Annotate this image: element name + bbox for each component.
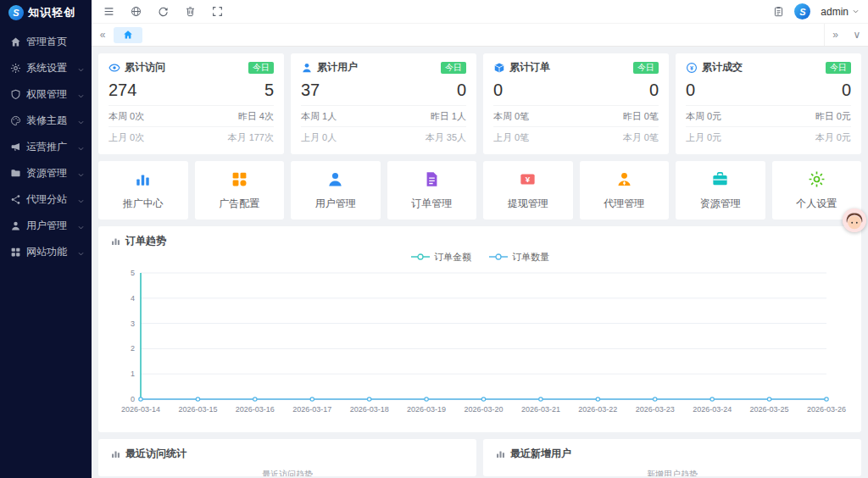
svg-text:3: 3: [131, 320, 135, 328]
chart-icon: [110, 448, 121, 459]
legend-label: 订单数量: [512, 251, 549, 264]
sidebar-item-1[interactable]: 系统设置: [0, 55, 92, 81]
stat-card-total-deals: ¥ 累计成交 今日 0 0 本周 0元 昨日 0元 上月 0元 本月 0元: [676, 53, 861, 154]
admin-menu[interactable]: admin: [821, 6, 860, 18]
share-icon: [10, 194, 21, 205]
stat-row-month: 上月 0笔 本月 0笔: [493, 126, 659, 147]
sidebar-item-label: 权限管理: [26, 87, 67, 102]
svg-text:2026-03-16: 2026-03-16: [236, 405, 275, 414]
file-icon: [423, 170, 441, 188]
stat-card-total-visits: 累计访问 今日 274 5 本周 0次 昨日 4次 上月 0次 本月 177次: [98, 53, 284, 154]
shortcut-order-management[interactable]: 订单管理: [387, 161, 477, 220]
stat-card-total-orders: 累计订单 今日 0 0 本周 0笔 昨日 0笔 上月 0笔 本月 0笔: [483, 53, 669, 154]
shortcut-label: 用户管理: [291, 197, 381, 211]
stat-main: 37 0: [301, 81, 466, 100]
today-badge: 今日: [826, 62, 851, 74]
shortcut-label: 广告配置: [195, 197, 285, 211]
sidebar-item-4[interactable]: 运营推广: [0, 134, 92, 160]
svg-text:2026-03-19: 2026-03-19: [407, 405, 446, 414]
stat-row-week: 本周 1人 昨日 1人: [301, 105, 466, 126]
clipboard-icon[interactable]: [773, 6, 784, 17]
megaphone-icon: [10, 142, 21, 153]
topbar-right: S admin: [773, 3, 860, 19]
legend-item-1[interactable]: 订单数量: [488, 251, 549, 264]
tabs-more-button[interactable]: ∨: [846, 24, 868, 46]
tabs-scroll-right-button[interactable]: »: [824, 24, 846, 46]
shield-icon: [10, 89, 21, 100]
chevron-down-icon: [77, 222, 85, 230]
chevron-down-icon: [77, 170, 85, 177]
stat-title: 累计订单: [509, 60, 550, 75]
chevron-down-icon: [77, 196, 85, 203]
shortcut-withdraw-management[interactable]: ¥ 提现管理: [483, 161, 573, 220]
clear-cache-trash-icon[interactable]: [185, 6, 196, 17]
stat-main: 0 0: [493, 81, 659, 100]
avatar[interactable]: S: [794, 3, 810, 19]
chart-legend: 订单金额 订单数量: [110, 250, 849, 264]
stat-this-month: 本月 0笔: [623, 131, 659, 144]
shortcut-promotion-center[interactable]: 推广中心: [98, 161, 188, 220]
girl-avatar-icon: [843, 208, 866, 232]
shortcut-agent-management[interactable]: 代理管理: [580, 161, 670, 220]
shortcut-label: 提现管理: [483, 197, 573, 211]
menu-collapse-icon[interactable]: [103, 6, 114, 17]
sidebar-menu: 管理首页 系统设置 权限管理 装修主题 运营推广 资源管理 代理分站 用户管理: [0, 29, 92, 265]
stat-this-month: 本月 0元: [815, 131, 851, 144]
stat-main: 0 0: [686, 81, 851, 100]
legend-item-0[interactable]: 订单金额: [410, 251, 471, 264]
home-tab[interactable]: [114, 27, 142, 43]
today-badge: 今日: [248, 62, 274, 74]
main-column: S admin « » ∨ 累计访问 今日 274 5: [92, 0, 868, 478]
sidebar-item-label: 资源管理: [26, 166, 67, 181]
sidebar-item-6[interactable]: 代理分站: [0, 186, 92, 213]
sidebar-item-5[interactable]: 资源管理: [0, 160, 92, 186]
svg-text:2026-03-23: 2026-03-23: [636, 405, 675, 414]
money-icon: ¥: [519, 170, 537, 188]
user-icon: [10, 220, 21, 231]
floating-service-avatar[interactable]: [843, 208, 866, 232]
chevron-down-icon: [77, 248, 85, 256]
sidebar-item-label: 代理分站: [26, 192, 67, 207]
stat-week: 本周 0笔: [493, 110, 529, 123]
svg-text:¥: ¥: [690, 64, 693, 70]
stat-row-week: 本周 0次 昨日 4次: [108, 105, 274, 126]
globe-icon[interactable]: [131, 6, 142, 17]
fullscreen-icon[interactable]: [212, 6, 223, 17]
sidebar-item-0[interactable]: 管理首页: [0, 29, 92, 55]
stat-cards-row: 累计访问 今日 274 5 本周 0次 昨日 4次 上月 0次 本月 177次 …: [98, 53, 861, 154]
stat-last-month: 上月 0元: [686, 131, 721, 144]
chevron-down-icon: [852, 8, 860, 15]
stat-row-week: 本周 0笔 昨日 0笔: [493, 105, 659, 126]
stat-today: 0: [457, 81, 466, 100]
stat-yesterday: 昨日 0元: [815, 110, 851, 123]
shortcut-label: 资源管理: [676, 197, 765, 211]
stat-total: 37: [301, 81, 320, 100]
sidebar-item-8[interactable]: 网站功能: [0, 239, 92, 265]
sidebar-item-label: 用户管理: [26, 219, 67, 233]
admin-label: admin: [821, 6, 849, 18]
sidebar-item-7[interactable]: 用户管理: [0, 213, 92, 239]
shortcut-ad-config[interactable]: 广告配置: [195, 161, 285, 220]
today-badge: 今日: [441, 62, 466, 74]
sidebar-item-3[interactable]: 装修主题: [0, 108, 92, 134]
stat-row-month: 上月 0人 本月 35人: [301, 126, 466, 147]
bottom-card-title-row: 最近访问统计: [110, 447, 465, 461]
stat-row-week: 本周 0元 昨日 0元: [686, 105, 851, 126]
shortcut-user-management[interactable]: 用户管理: [291, 161, 381, 220]
refresh-icon[interactable]: [158, 6, 169, 17]
home-icon: [10, 36, 21, 47]
stat-head: ¥ 累计成交 今日: [686, 60, 851, 75]
logo[interactable]: S 知识轻创: [0, 0, 92, 25]
tabs-scroll-left-button[interactable]: «: [92, 24, 114, 46]
shortcut-resource-management[interactable]: 资源管理: [676, 161, 765, 220]
topbar-actions: [103, 6, 223, 17]
sidebar-item-2[interactable]: 权限管理: [0, 81, 92, 108]
svg-text:2026-03-22: 2026-03-22: [578, 405, 617, 414]
chevron-down-icon: [77, 143, 85, 151]
home-icon: [123, 30, 133, 40]
sidebar: S 知识轻创 管理首页 系统设置 权限管理 装修主题 运营推广 资源管理 代理分…: [0, 0, 92, 478]
chart-icon: [495, 448, 506, 459]
shortcut-label: 订单管理: [387, 197, 477, 211]
legend-marker-icon: [488, 253, 509, 261]
order-trend-chart: 0123452026-03-142026-03-152026-03-162026…: [110, 265, 849, 423]
